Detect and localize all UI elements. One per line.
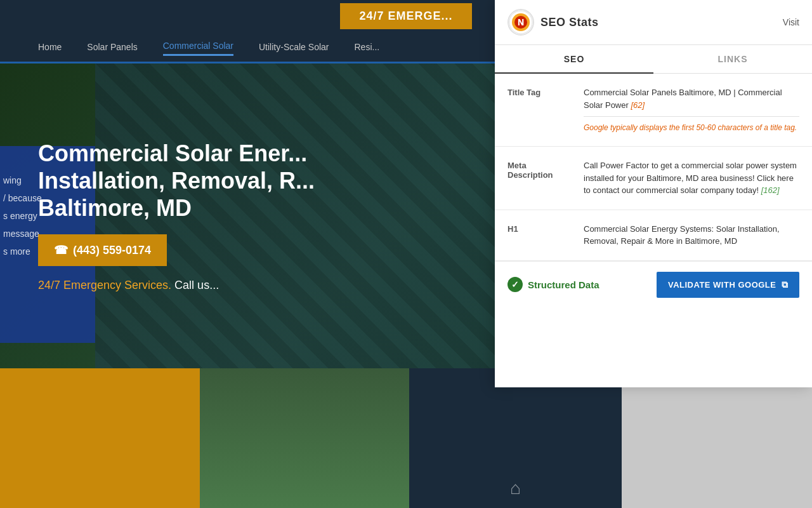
title-tag-char-count: [62] [631,100,645,110]
bottom-image [200,368,409,508]
emergency-banner: 24/7 EMERGE... [340,3,471,29]
panel-logo: N N SEO Stats [508,9,599,36]
bottom-gold [0,368,200,508]
title-tag-label: Title Tag [508,86,571,97]
title-tag-row: Title Tag Commercial Solar Panels Baltim… [495,74,812,147]
nav-commercial-solar[interactable]: Commercial Solar [163,37,233,56]
panel-header: N N SEO Stats Visit [495,0,812,45]
title-tag-value: Commercial Solar Panels Baltimore, MD | … [584,86,799,133]
tab-links[interactable]: LINKS [653,45,812,73]
home-icon: ⌂ [510,478,521,498]
meta-description-row: Meta Description Call Power Factor to ge… [495,147,812,210]
nav-solar-panels[interactable]: Solar Panels [87,39,137,55]
hero-title: Commercial Solar Ener...Installation, Re… [38,140,315,222]
nav-utility-scale[interactable]: Utility-Scale Solar [259,39,329,55]
meta-char-count: [162] [761,185,780,195]
meta-description-label: Meta Description [508,159,571,180]
h1-label: H1 [508,223,571,234]
validate-google-button[interactable]: VALIDATE WITH GOOGLE ⧉ [657,272,799,298]
panel-title: SEO Stats [540,16,599,29]
hero-content: Commercial Solar Ener...Installation, Re… [0,121,353,312]
panel-content: Title Tag Commercial Solar Panels Baltim… [495,74,812,387]
bottom-dark: ⌂ [409,368,622,508]
external-link-icon: ⧉ [782,279,789,290]
meta-description-value: Call Power Factor to get a commercial so… [584,159,799,197]
phone-icon: ☎ [54,243,68,257]
panel-tabs: SEO LINKS [495,45,812,74]
sidebar-text: wing / because s energy message s more [3,171,42,260]
svg-text:N: N [518,17,524,27]
nav-home[interactable]: Home [38,39,62,55]
bottom-area: ⌂ [0,368,812,508]
h1-row: H1 Commercial Solar Energy Systems: Sola… [495,210,812,261]
check-icon [508,277,523,292]
visit-link[interactable]: Visit [783,17,799,27]
phone-button[interactable]: ☎ (443) 559-0174 [38,234,167,266]
nativerank-logo: N N [508,9,534,36]
structured-data-label: Structured Data [508,277,599,292]
structured-data-row: Structured Data VALIDATE WITH GOOGLE ⧉ [495,261,812,308]
hero-subtitle: 24/7 Emergency Services. Call us... [38,279,315,292]
h1-value: Commercial Solar Energy Systems: Solar I… [584,223,799,248]
nav-resi[interactable]: Resi... [354,39,379,55]
title-tag-warning: Google typically displays the first 50-6… [584,122,799,133]
logo-svg: N N [509,10,533,34]
tab-seo[interactable]: SEO [495,45,653,73]
seo-stats-panel: N N SEO Stats Visit SEO LINKS Title Tag … [495,0,812,387]
